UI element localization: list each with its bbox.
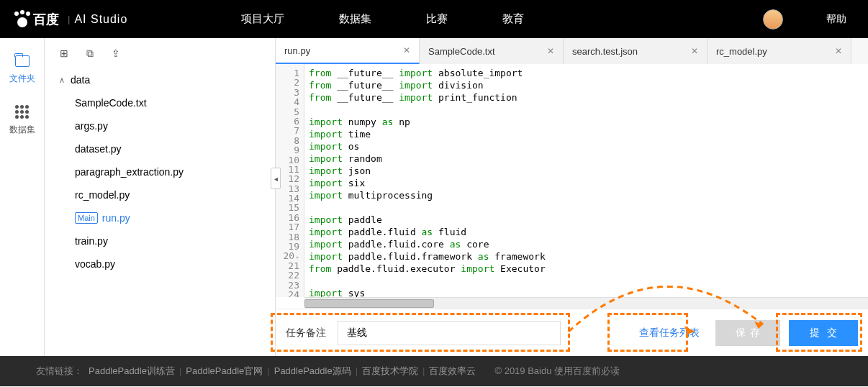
- code-area[interactable]: 123456789101112131415161718192021222324 …: [276, 64, 868, 297]
- submit-button[interactable]: 提交: [789, 320, 858, 346]
- editor-tabs: run.py✕SampleCode.txt✕search.test.json✕r…: [276, 38, 868, 64]
- close-icon[interactable]: ✕: [547, 46, 554, 56]
- code-content[interactable]: from __future__ import absolute_importfr…: [304, 64, 868, 297]
- main-badge: Main: [75, 212, 98, 224]
- file-row[interactable]: rc_model.py: [55, 183, 275, 206]
- footer-link[interactable]: 百度效率云: [429, 365, 476, 376]
- file-label: rc_model.py: [75, 189, 130, 201]
- scrollbar-thumb[interactable]: [304, 299, 434, 308]
- footer-link[interactable]: PaddlePaddle官网: [186, 365, 263, 376]
- left-rail: 文件夹 数据集: [0, 38, 45, 356]
- task-note-label: 任务备注: [286, 327, 326, 340]
- baidu-paw-icon: [14, 12, 30, 27]
- new-folder-icon[interactable]: ⧉: [83, 47, 96, 60]
- file-label: args.py: [75, 120, 108, 132]
- task-bar: 任务备注 查看任务列表 保存 提交: [276, 309, 868, 356]
- close-icon[interactable]: ✕: [835, 46, 842, 56]
- nav-competition[interactable]: 比赛: [426, 12, 448, 26]
- folder-row-data[interactable]: ∧ data: [50, 68, 275, 91]
- editor-tab[interactable]: run.py✕: [276, 38, 420, 64]
- rail-files-label: 文件夹: [9, 73, 35, 85]
- upload-icon[interactable]: ⇪: [109, 47, 122, 60]
- rail-dataset-label: 数据集: [9, 124, 35, 136]
- file-label: vocab.py: [75, 258, 115, 270]
- tab-label: search.test.json: [572, 46, 638, 57]
- nav-dataset[interactable]: 数据集: [339, 12, 371, 26]
- file-row[interactable]: vocab.py: [55, 252, 275, 276]
- nav-education[interactable]: 教育: [502, 12, 524, 26]
- editor-tab[interactable]: SampleCode.txt✕: [420, 38, 564, 64]
- task-note-input[interactable]: [338, 321, 561, 345]
- file-row[interactable]: dataset.py: [55, 137, 275, 160]
- top-nav: 百度 | AI Studio 项目大厅 数据集 比赛 教育 帮助: [0, 0, 868, 38]
- logo-baidu: 百度: [33, 11, 59, 28]
- file-row[interactable]: paragraph_extraction.py: [55, 160, 275, 183]
- close-icon[interactable]: ✕: [403, 45, 410, 55]
- file-label: run.py: [102, 212, 130, 224]
- file-label: train.py: [75, 235, 108, 247]
- avatar[interactable]: [763, 9, 783, 29]
- tab-label: SampleCode.txt: [428, 46, 495, 57]
- view-task-list-link[interactable]: 查看任务列表: [632, 322, 707, 344]
- file-row[interactable]: train.py: [55, 229, 275, 252]
- footer-copyright: © 2019 Baidu 使用百度前必读: [494, 365, 620, 378]
- logo-aistudio: AI Studio: [74, 13, 127, 26]
- main-area: 文件夹 数据集 ⊞ ⧉ ⇪ ∧ data SampleCode.txtargs.…: [0, 38, 868, 356]
- editor-tab[interactable]: rc_model.py✕: [707, 38, 851, 64]
- file-label: dataset.py: [75, 143, 122, 155]
- horizontal-scrollbar[interactable]: [304, 297, 868, 309]
- close-icon[interactable]: ✕: [691, 46, 698, 56]
- file-row[interactable]: SampleCode.txt: [55, 91, 275, 114]
- footer-link[interactable]: PaddlePaddle训练营: [89, 365, 175, 376]
- collapse-sidebar-icon[interactable]: ◂: [271, 168, 281, 189]
- nav-help[interactable]: 帮助: [826, 13, 846, 26]
- new-file-icon[interactable]: ⊞: [58, 47, 71, 60]
- folder-icon: [15, 55, 30, 67]
- dataset-icon: [15, 105, 30, 118]
- nav-project-hall[interactable]: 项目大厅: [241, 12, 284, 26]
- tab-label: run.py: [284, 45, 310, 56]
- file-row[interactable]: args.py: [55, 114, 275, 137]
- rail-dataset[interactable]: 数据集: [9, 105, 35, 136]
- footer-prefix: 友情链接：: [36, 365, 83, 378]
- footer-link[interactable]: 百度技术学院: [362, 365, 418, 376]
- save-button[interactable]: 保存: [715, 320, 780, 346]
- caret-icon: ∧: [59, 76, 68, 85]
- tab-label: rc_model.py: [716, 46, 767, 57]
- file-row-main[interactable]: Mainrun.py: [55, 206, 275, 229]
- footer: 友情链接： PaddlePaddle训练营|PaddlePaddle官网|Pad…: [0, 356, 868, 386]
- rail-files[interactable]: 文件夹: [9, 55, 35, 85]
- editor: ◂ run.py✕SampleCode.txt✕search.test.json…: [275, 38, 868, 356]
- folder-label: data: [71, 74, 90, 86]
- logo-separator: |: [68, 14, 70, 24]
- file-tree: ⊞ ⧉ ⇪ ∧ data SampleCode.txtargs.pydatase…: [45, 38, 275, 356]
- file-label: paragraph_extraction.py: [75, 166, 184, 178]
- editor-tab[interactable]: search.test.json✕: [564, 38, 707, 64]
- file-label: SampleCode.txt: [75, 97, 147, 109]
- footer-link[interactable]: PaddlePaddle源码: [274, 365, 351, 376]
- file-toolbar: ⊞ ⧉ ⇪: [50, 47, 275, 68]
